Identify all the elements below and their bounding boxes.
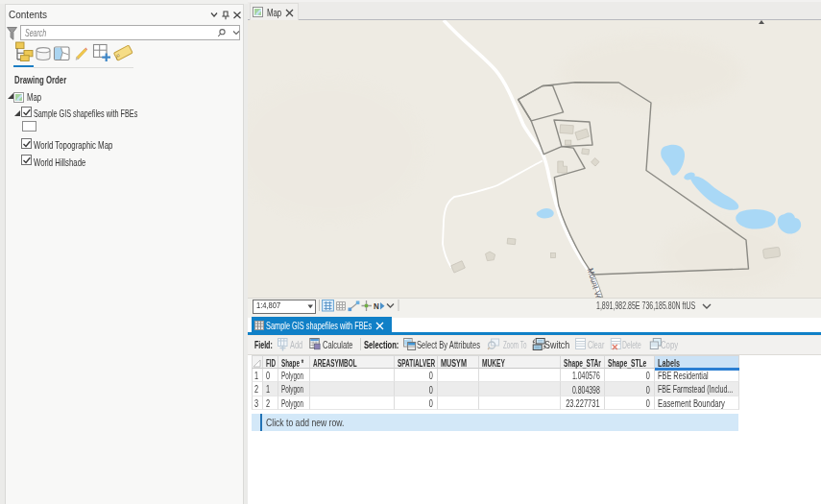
svg-text:N: N	[374, 301, 379, 312]
svg-text:Mount Ve: Mount Ve	[585, 267, 603, 298]
